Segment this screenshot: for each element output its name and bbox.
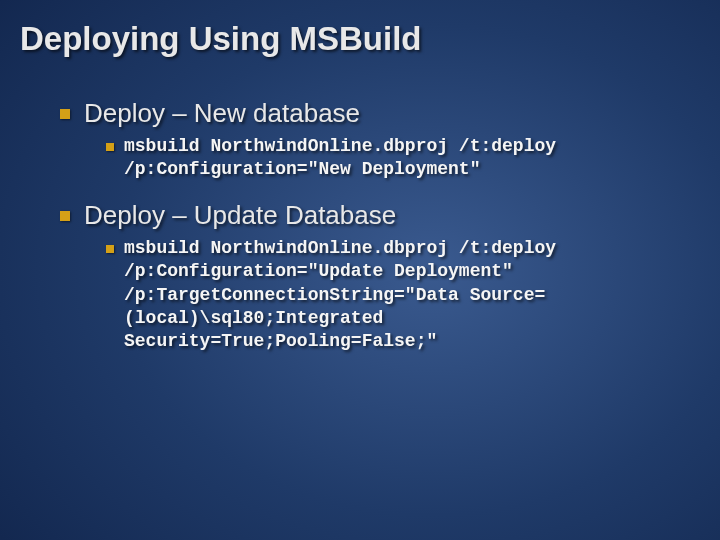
bullet-level2: msbuild NorthwindOnline.dbproj /t:deploy… xyxy=(106,237,666,354)
square-bullet-icon xyxy=(60,109,70,119)
square-bullet-icon xyxy=(60,211,70,221)
code-block: msbuild NorthwindOnline.dbproj /t:deploy… xyxy=(124,135,666,182)
bullet-level2: msbuild NorthwindOnline.dbproj /t:deploy… xyxy=(106,135,666,182)
slide: Deploying Using MSBuild Deploy – New dat… xyxy=(0,0,720,540)
square-bullet-icon xyxy=(106,143,114,151)
section-heading: Deploy – New database xyxy=(84,98,360,129)
spacer xyxy=(20,190,700,200)
slide-title: Deploying Using MSBuild xyxy=(20,20,700,58)
square-bullet-icon xyxy=(106,245,114,253)
code-block: msbuild NorthwindOnline.dbproj /t:deploy… xyxy=(124,237,666,354)
bullet-level1: Deploy – New database xyxy=(60,98,700,129)
bullet-level1: Deploy – Update Database xyxy=(60,200,700,231)
section-heading: Deploy – Update Database xyxy=(84,200,396,231)
